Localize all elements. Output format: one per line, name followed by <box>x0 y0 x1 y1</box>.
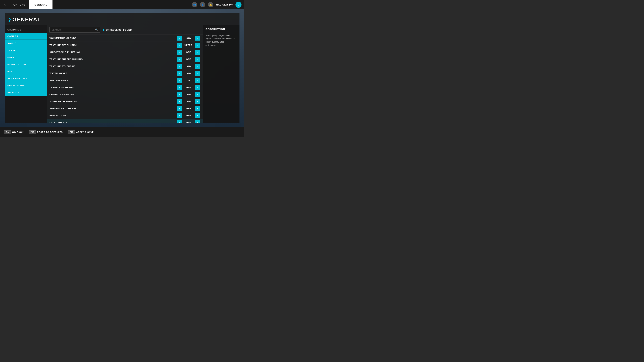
increase-button[interactable]: › <box>195 36 200 40</box>
setting-name: VOLUMETRIC CLOUDS <box>50 37 166 39</box>
general-label: GENERAL <box>34 3 47 6</box>
f11-key-badge: F11 <box>68 130 75 134</box>
setting-control: ‹ OFF › <box>166 85 200 90</box>
description-panel: DESCRIPTION Adjust quality of light shaf… <box>202 25 240 123</box>
results-count: 60 RESULT(S) FOUND <box>106 29 132 31</box>
setting-control: ‹ OFF › <box>166 57 200 62</box>
options-label: OPTIONS <box>14 3 25 6</box>
apply-save-action[interactable]: F11 APPLY & SAVE <box>68 130 94 134</box>
setting-name: TEXTURE RESOLUTION <box>50 44 166 46</box>
main-panel: ❯ GENERAL GRAPHICS CAMERA SOUND TRAFFIC … <box>5 13 240 123</box>
setting-control: ‹ OFF › <box>166 50 200 55</box>
reset-defaults-label: RESET TO DEFAULTS <box>37 131 63 133</box>
panel-body: GRAPHICS CAMERA SOUND TRAFFIC DATA FLIGH… <box>5 25 240 123</box>
sidebar-item-sound[interactable]: SOUND <box>5 40 46 46</box>
increase-button[interactable]: › <box>195 113 200 118</box>
decrease-button[interactable]: ‹ <box>177 99 182 104</box>
avatar[interactable]: M <box>236 2 242 8</box>
decrease-button[interactable]: ‹ <box>177 120 182 123</box>
sidebar-item-flight-model[interactable]: FLIGHT MODEL <box>5 61 46 68</box>
setting-control: ‹ OFF › <box>166 113 200 118</box>
bottom-bar: Esc GO BACK F12 RESET TO DEFAULTS F11 AP… <box>0 127 244 137</box>
sidebar-item-traffic[interactable]: TRAFFIC <box>5 47 46 54</box>
setting-name: WATER WAVES <box>50 72 166 75</box>
increase-button[interactable]: › <box>195 106 200 111</box>
setting-row-anisotropic-filtering: ANISOTROPIC FILTERING ‹ OFF › <box>47 49 202 56</box>
sidebar-section-header: GRAPHICS <box>5 27 46 33</box>
decrease-button[interactable]: ‹ <box>177 36 182 40</box>
search-input-wrapper: 🔍 <box>50 27 100 32</box>
decrease-button[interactable]: ‹ <box>177 78 182 83</box>
setting-name: CONTACT SHADOWS <box>50 93 166 96</box>
general-nav[interactable]: GENERAL <box>29 0 52 9</box>
increase-button[interactable]: › <box>195 57 200 62</box>
setting-row-ambient-occlusion: AMBIENT OCCLUSION ‹ OFF › <box>47 105 202 112</box>
panel-header: ❯ GENERAL <box>5 13 240 25</box>
description-title: DESCRIPTION <box>206 28 237 32</box>
sidebar: GRAPHICS CAMERA SOUND TRAFFIC DATA FLIGH… <box>5 25 46 123</box>
decrease-button[interactable]: ‹ <box>177 113 182 118</box>
apply-save-label: APPLY & SAVE <box>76 131 94 133</box>
f12-key-badge: F12 <box>29 130 36 134</box>
decrease-button[interactable]: ‹ <box>177 71 182 76</box>
increase-button[interactable]: › <box>195 120 200 123</box>
go-back-label: GO BACK <box>12 131 24 133</box>
sidebar-item-developers[interactable]: DEVELOPERS <box>5 82 46 89</box>
decrease-button[interactable]: ‹ <box>177 85 182 90</box>
setting-value: OFF <box>182 107 195 110</box>
top-bar-right: 👥 👤 🔔 MAGICK#8440 M <box>192 2 244 8</box>
home-icon: ⌂ <box>4 3 6 7</box>
results-info: ❯ 60 RESULT(S) FOUND <box>102 28 132 31</box>
increase-button[interactable]: › <box>195 85 200 90</box>
go-back-action[interactable]: Esc GO BACK <box>4 130 24 134</box>
panel-arrow-icon: ❯ <box>8 17 11 22</box>
setting-value: OFF <box>182 121 195 123</box>
setting-row-light-shafts: LIGHT SHAFTS ‹ OFF › <box>47 119 202 123</box>
search-input[interactable] <box>50 27 100 32</box>
profile-icon-button[interactable]: 👤 <box>200 2 205 7</box>
results-arrow-icon: ❯ <box>102 28 105 31</box>
increase-button[interactable]: › <box>195 71 200 76</box>
increase-button[interactable]: › <box>195 99 200 104</box>
setting-name: AMBIENT OCCLUSION <box>50 107 166 110</box>
sidebar-item-data[interactable]: DATA <box>5 54 46 61</box>
sidebar-item-camera[interactable]: CAMERA <box>5 33 46 39</box>
increase-button[interactable]: › <box>195 64 200 69</box>
setting-name: TEXTURE SUPERSAMPLING <box>50 58 166 60</box>
sidebar-item-accessibility[interactable]: ACCESSIBILITY <box>5 75 46 82</box>
setting-row-shadow-maps: SHADOW MAPS ‹ 768 › <box>47 77 202 84</box>
setting-control: ‹ LOW › <box>166 71 200 76</box>
friends-icon-button[interactable]: 👥 <box>192 2 197 7</box>
increase-button[interactable]: › <box>195 43 200 48</box>
username-display: MAGICK#8440 <box>216 3 233 6</box>
reset-defaults-action[interactable]: F12 RESET TO DEFAULTS <box>29 130 63 134</box>
setting-value: LOW <box>182 72 195 75</box>
setting-control: ‹ OFF › <box>166 120 200 123</box>
decrease-button[interactable]: ‹ <box>177 43 182 48</box>
decrease-button[interactable]: ‹ <box>177 64 182 69</box>
increase-button[interactable]: › <box>195 78 200 83</box>
decrease-button[interactable]: ‹ <box>177 92 182 97</box>
setting-value: ULTRA <box>182 44 195 46</box>
options-nav[interactable]: OPTIONS <box>10 0 29 9</box>
setting-row-texture-resolution: TEXTURE RESOLUTION ‹ ULTRA › <box>47 42 202 49</box>
setting-control: ‹ 768 › <box>166 78 200 83</box>
setting-value: 768 <box>182 79 195 82</box>
setting-control: ‹ LOW › <box>166 64 200 69</box>
setting-value: OFF <box>182 86 195 89</box>
setting-name: TEXTURE SYNTHESIS <box>50 65 166 67</box>
setting-row-water-waves: WATER WAVES ‹ LOW › <box>47 70 202 77</box>
notifications-icon-button[interactable]: 🔔 <box>208 2 213 7</box>
setting-value: LOW <box>182 37 195 39</box>
home-button[interactable]: ⌂ <box>0 0 10 9</box>
setting-control: ‹ ULTRA › <box>166 43 200 48</box>
sidebar-item-vr-mode[interactable]: VR MODE <box>5 89 46 96</box>
decrease-button[interactable]: ‹ <box>177 106 182 111</box>
setting-row-texture-supersampling: TEXTURE SUPERSAMPLING ‹ OFF › <box>47 56 202 63</box>
decrease-button[interactable]: ‹ <box>177 50 182 55</box>
increase-button[interactable]: › <box>195 50 200 55</box>
setting-value: LOW <box>182 93 195 96</box>
increase-button[interactable]: › <box>195 92 200 97</box>
sidebar-item-misc[interactable]: MISC <box>5 68 46 75</box>
decrease-button[interactable]: ‹ <box>177 57 182 62</box>
